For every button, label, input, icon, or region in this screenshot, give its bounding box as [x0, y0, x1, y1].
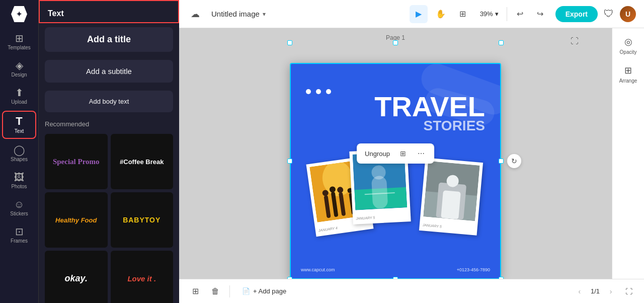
user-avatar[interactable]: U	[620, 6, 636, 22]
handle-mid-left[interactable]	[287, 159, 292, 164]
text-templates-grid: Special Promo #Coffee Break Healthy Food…	[39, 134, 179, 303]
undo-redo-group: ↩ ↪	[511, 5, 549, 23]
bottom-left: ⊞ 🗑 📄 + Add page	[187, 283, 292, 299]
group-icon-button[interactable]: ⊞	[396, 146, 410, 161]
sidebar-item-design[interactable]: ◈ Design	[2, 56, 36, 82]
recommended-section: Recommended	[39, 116, 179, 134]
handle-bottom-mid[interactable]	[393, 277, 398, 279]
title-dropdown-icon: ▾	[263, 11, 266, 18]
handle-mid-right[interactable]	[499, 159, 504, 164]
polaroid-3[interactable]: JANUARY 5	[419, 158, 483, 235]
add-page-icon-button[interactable]: ⊞	[187, 283, 203, 299]
prev-page-button[interactable]: ‹	[573, 284, 587, 298]
sidebar-item-shapes[interactable]: ◯ Shapes	[2, 141, 36, 166]
text-icon: T	[16, 116, 22, 127]
toolbar-center: ▶ ✋ ⊞ 39% ▾ ↩ ↪	[410, 5, 549, 23]
canvas-footer: www.capcut.com +0123-456-7890	[301, 267, 490, 272]
zoom-control[interactable]: 39% ▾	[476, 8, 503, 20]
arrange-control[interactable]: ⊞ Arrange	[619, 65, 637, 84]
select-tool-button[interactable]: ▶	[410, 5, 428, 23]
dot-1	[306, 89, 311, 94]
babytoy-text: BABYTOY	[123, 216, 160, 224]
sidebar-item-photos[interactable]: 🖼 Photos	[2, 168, 36, 193]
document-title: Untitled image	[211, 10, 260, 18]
handle-bottom-right[interactable]	[499, 277, 504, 279]
document-title-area[interactable]: Untitled image ▾	[207, 8, 270, 20]
canvas-website: www.capcut.com	[301, 267, 335, 272]
canvas-selection-container: TRAVEL STORIES	[290, 43, 501, 279]
upload-icon: ⬆	[15, 88, 24, 98]
app-logo[interactable]: ✦	[10, 5, 28, 23]
travel-word: TRAVEL	[374, 94, 485, 119]
template-okay[interactable]: okay.	[45, 251, 108, 303]
next-page-button[interactable]: ›	[604, 284, 618, 298]
photo-beach-3	[423, 161, 479, 221]
coffee-break-text: #Coffee Break	[120, 158, 164, 166]
add-page-label: + Add page	[253, 287, 286, 295]
toolbar-left: ☁ Untitled image ▾	[187, 6, 404, 22]
sidebar-item-templates[interactable]: ⊞ Templates	[2, 29, 36, 54]
page-navigation: ‹ 1/1 ›	[573, 284, 618, 298]
template-coffee-break[interactable]: #Coffee Break	[111, 134, 174, 189]
rotate-handle[interactable]: ↻	[507, 154, 521, 168]
frames-icon: ⊡	[15, 226, 24, 237]
shapes-icon: ◯	[14, 145, 25, 155]
svg-rect-19	[441, 190, 461, 219]
opacity-control[interactable]: ◎ Opacity	[620, 36, 637, 55]
delete-page-button[interactable]: 🗑	[207, 283, 223, 299]
bottom-right: ‹ 1/1 › ⛶	[573, 284, 636, 298]
canvas-phone: +0123-456-7890	[457, 267, 490, 272]
ungroup-button[interactable]: Ungroup	[363, 149, 392, 159]
fullscreen-icon[interactable]: ⛶	[568, 34, 582, 48]
ungroup-toolbar: Ungroup ⊞ ⋯	[357, 143, 434, 164]
fullscreen-button[interactable]: ⛶	[622, 284, 636, 298]
toolbar-right: Export 🛡 U	[555, 6, 636, 22]
template-loveit[interactable]: Love it .	[111, 251, 174, 303]
bottom-divider	[229, 285, 230, 297]
template-healthy-food[interactable]: Healthy Food	[45, 192, 108, 248]
templates-icon: ⊞	[15, 33, 24, 43]
handle-bottom-left[interactable]	[287, 277, 292, 279]
photo-date-2: JANUARY 5	[356, 216, 375, 220]
export-button[interactable]: Export	[555, 6, 598, 22]
more-options-button[interactable]: ⋯	[414, 146, 428, 161]
zoom-value: 39%	[480, 10, 493, 18]
handle-top-left[interactable]	[287, 40, 292, 45]
top-toolbar: ☁ Untitled image ▾ ▶ ✋ ⊞ 39% ▾ ↩ ↪ Expor…	[179, 0, 644, 28]
dot-3	[326, 89, 331, 94]
template-special-promo[interactable]: Special Promo	[45, 134, 108, 189]
canvas-dots	[306, 89, 331, 94]
hand-tool-button[interactable]: ✋	[432, 5, 450, 23]
dot-2	[316, 89, 321, 94]
layout-tool-button[interactable]: ⊞	[454, 5, 472, 23]
undo-button[interactable]: ↩	[511, 5, 529, 23]
redo-button[interactable]: ↪	[531, 5, 549, 23]
right-panel: ◎ Opacity ⊞ Arrange	[612, 28, 644, 279]
loveit-text: Love it .	[127, 274, 156, 283]
sidebar-item-upload[interactable]: ⬆ Upload	[2, 84, 36, 109]
photo-date-1: JANUARY 4	[318, 226, 338, 232]
add-page-button[interactable]: 📄 + Add page	[236, 285, 292, 297]
handle-top-right[interactable]	[499, 40, 504, 45]
canvas-workspace[interactable]: Page 1 ⛶ TRAVEL S	[179, 28, 612, 279]
sidebar-item-text[interactable]: T Text	[2, 111, 36, 139]
add-page-icon: 📄	[242, 287, 250, 295]
shield-icon[interactable]: 🛡	[604, 8, 614, 20]
text-panel-header: Text	[39, 0, 179, 23]
sidebar: ✦ ⊞ Templates ◈ Design ⬆ Upload T Text ◯…	[0, 0, 38, 303]
svg-rect-12	[371, 176, 388, 209]
sidebar-item-stickers[interactable]: ☺ Stickers	[2, 195, 36, 220]
add-body-button[interactable]: Add body text	[45, 91, 173, 112]
add-subtitle-button[interactable]: Add a subtitle	[45, 60, 173, 83]
zoom-chevron-icon: ▾	[495, 10, 499, 18]
template-babytoy[interactable]: BABYTOY	[111, 192, 174, 248]
okay-text: okay.	[65, 273, 88, 284]
sidebar-item-frames[interactable]: ⊡ Frames	[2, 222, 36, 248]
handle-top-mid[interactable]	[393, 40, 398, 45]
canvas-card[interactable]: TRAVEL STORIES	[290, 63, 501, 279]
photo-3	[423, 161, 479, 221]
special-promo-text: Special Promo	[53, 158, 100, 166]
recommended-label: Recommended	[45, 120, 173, 128]
save-to-cloud-button[interactable]: ☁	[187, 6, 203, 22]
add-title-button[interactable]: Add a title	[45, 27, 173, 52]
